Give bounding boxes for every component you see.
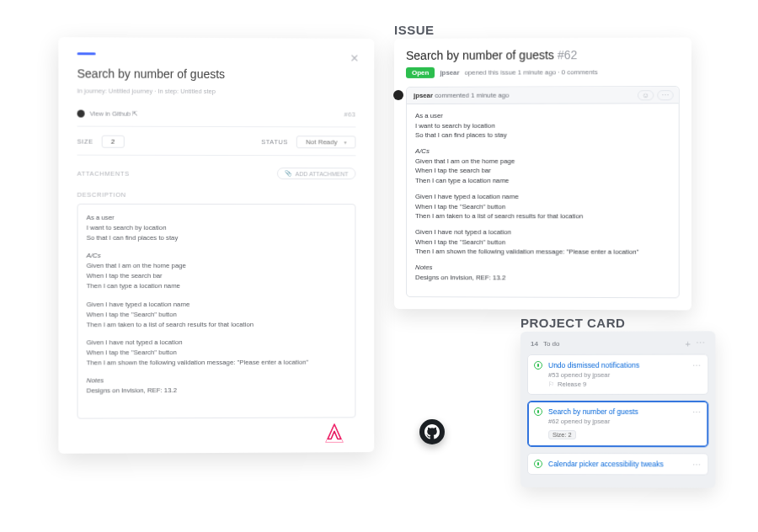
story-title: Search by number of guests	[77, 66, 356, 81]
project-column: 14 To do + ⋯ ⋯Undo dismissed notificatio…	[520, 331, 715, 487]
issue-ref: #63	[344, 110, 356, 118]
desc-para: Given I have not typed a locationWhen I …	[87, 337, 347, 368]
comment-heading: Notes	[415, 263, 432, 271]
project-card-item[interactable]: ⋯Search by number of guests#62 opened by…	[527, 401, 708, 447]
comment-para: Designs on Invision, REF: 13.2	[415, 274, 505, 281]
status-badge-open: Open	[406, 67, 435, 78]
comment-para: Given I have not typed a locationWhen I …	[415, 227, 670, 258]
desc-para: Given that I am on the home pageWhen I t…	[87, 262, 186, 290]
comment-box: jpsear commented 1 minute ago ☺ ⋯ As a u…	[406, 86, 680, 299]
github-issue-card: Search by number of guests #62 Open jpse…	[394, 37, 691, 310]
react-icon[interactable]: ☺	[638, 90, 654, 100]
divider	[77, 155, 356, 157]
column-title: To do	[543, 340, 560, 348]
close-icon[interactable]: ✕	[350, 52, 359, 65]
issue-open-icon	[534, 407, 542, 416]
size-input[interactable]: 2	[102, 136, 125, 148]
github-row: View in Github ⇱ #63	[77, 110, 356, 119]
description-label: DESCRIPTION	[77, 191, 356, 199]
status-select[interactable]: Not Ready▾	[296, 136, 355, 148]
paperclip-icon: 📎	[285, 170, 292, 177]
desc-para: As a userI want to search by locationSo …	[87, 213, 347, 243]
github-link[interactable]: View in Github ⇱	[90, 110, 139, 118]
status-label: STATUS	[261, 138, 288, 146]
add-card-icon[interactable]: +	[686, 338, 691, 348]
card-menu-icon[interactable]: ⋯	[692, 460, 702, 469]
kebab-icon[interactable]: ⋯	[657, 90, 673, 100]
card-milestone: ⚐Release 9	[548, 380, 701, 388]
card-menu-icon[interactable]: ⋯	[692, 407, 702, 417]
breadcrumb-step[interactable]: In step: Untitled step	[157, 88, 215, 95]
column-header: 14 To do + ⋯	[527, 338, 708, 354]
appkit-logo	[323, 423, 345, 444]
breadcrumb-journey[interactable]: In journey: Untitled journey	[77, 87, 153, 94]
desc-para: Designs on Invision, REF: 13.2	[87, 386, 177, 394]
issue-author[interactable]: jpsear	[440, 69, 459, 77]
size-label: SIZE	[77, 138, 93, 146]
card-title[interactable]: Undo dismissed notifications	[548, 361, 701, 370]
divider	[77, 126, 356, 128]
comment-para: Given that I am on the home pageWhen I t…	[415, 157, 515, 184]
comment-author[interactable]: jpsear	[414, 92, 433, 99]
comment-para: Given I have typed a location nameWhen I…	[415, 192, 670, 222]
card-subtitle: #53 opened by jpsear	[548, 371, 701, 379]
project-card-item[interactable]: ⋯Undo dismissed notifications#53 opened …	[527, 354, 708, 395]
column-count: 14	[531, 340, 538, 348]
github-logo	[419, 419, 445, 444]
desc-heading: A/Cs	[87, 252, 101, 259]
card-menu-icon[interactable]: ⋯	[692, 361, 702, 370]
comment-body: As a userI want to search by locationSo …	[407, 104, 679, 297]
card-subtitle: #62 opened by jpsear	[548, 418, 701, 425]
issue-open-icon	[534, 460, 542, 468]
milestone-icon: ⚐	[548, 380, 554, 388]
desc-para: Given I have typed a location nameWhen I…	[87, 299, 347, 330]
card-title[interactable]: Calendar picker accessibility tweaks	[548, 460, 701, 468]
project-card-item[interactable]: ⋯Calendar picker accessibility tweaks	[527, 453, 708, 476]
attachments-label: ATTACHMENTS	[77, 169, 130, 177]
issue-meta: Open jpsear opened this issue 1 minute a…	[406, 66, 680, 78]
desc-heading: Notes	[87, 376, 104, 384]
comment-heading: A/Cs	[415, 147, 430, 155]
story-modal: ✕ Search by number of guests In journey:…	[58, 37, 374, 454]
section-heading-project: PROJECT CARD	[520, 316, 625, 330]
comment-time: commented 1 minute ago	[435, 92, 509, 99]
issue-title: Search by number of guests #62	[406, 48, 680, 62]
issue-number: #62	[558, 48, 578, 61]
comment-header: jpsear commented 1 minute ago ☺ ⋯	[407, 87, 679, 104]
accent-bar	[77, 52, 96, 55]
card-title[interactable]: Search by number of guests	[548, 407, 701, 416]
description-field[interactable]: As a userI want to search by locationSo …	[77, 204, 356, 419]
issue-open-icon	[534, 361, 542, 370]
issue-meta-text: opened this issue 1 minute ago · 0 comme…	[465, 68, 598, 77]
add-attachment-button[interactable]: 📎 ADD ATTACHMENT	[277, 168, 356, 179]
section-heading-issue: ISSUE	[394, 23, 435, 37]
chevron-down-icon: ▾	[344, 139, 347, 145]
meta-row: SIZE 2 STATUS Not Ready▾	[77, 136, 356, 149]
column-menu-icon[interactable]: ⋯	[696, 338, 705, 348]
comment-para: As a userI want to search by locationSo …	[415, 110, 670, 141]
size-tag: Size: 2	[548, 430, 576, 439]
breadcrumb: In journey: Untitled journey · In step: …	[77, 87, 356, 95]
github-icon	[77, 110, 85, 118]
